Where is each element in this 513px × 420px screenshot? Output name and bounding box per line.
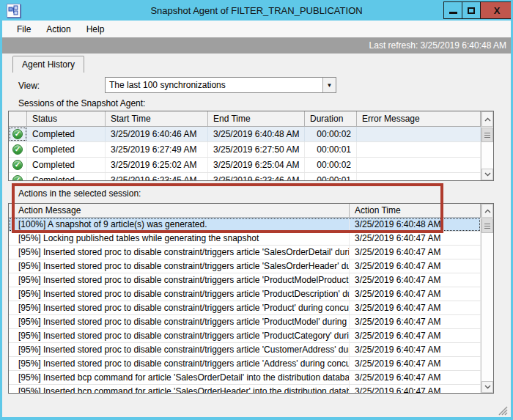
thumb-grip-icon (484, 133, 490, 138)
action-row[interactable]: [95%] Inserted stored proc to disable co… (9, 315, 481, 329)
column-header-end-time[interactable]: End Time (208, 111, 305, 126)
table-cell: 3/25/2019 6:40:47 AM (350, 357, 481, 370)
menu-action[interactable]: Action (41, 22, 75, 37)
view-label: View: (18, 81, 40, 91)
table-cell: 3/25/2019 6:40:47 AM (350, 259, 481, 273)
action-row[interactable]: [95%] Inserted bcp command for article '… (9, 385, 481, 394)
table-cell: [95%] Locking published tables while gen… (9, 232, 350, 245)
session-row[interactable]: ✓Completed3/25/2019 6:27:49 AM3/25/2019 … (9, 142, 481, 158)
table-cell: Completed (27, 142, 106, 157)
actions-grid: Action Message Action Time [100%] A snap… (8, 203, 494, 394)
table-cell: Completed (27, 173, 106, 181)
table-cell: 00:00:01 (305, 142, 357, 157)
table-cell: 3/25/2019 6:40:47 AM (350, 301, 481, 314)
minimize-button[interactable] (443, 1, 462, 19)
actions-label: Actions in the selected session: (18, 188, 141, 199)
column-header-status[interactable]: Status (27, 111, 106, 126)
scrollbar-thumb[interactable] (481, 218, 493, 233)
thumb-grip-icon (484, 224, 490, 229)
scroll-up-button[interactable] (481, 111, 493, 127)
minimize-icon (449, 12, 457, 14)
scrollbar-thumb[interactable] (481, 128, 493, 142)
table-cell: [95%] Inserted stored proc to disable co… (9, 273, 350, 287)
action-row[interactable]: [95%] Locking published tables while gen… (9, 232, 481, 246)
action-row[interactable]: [95%] Inserted stored proc to disable co… (9, 301, 481, 315)
table-cell: 3/25/2019 6:27:50 AM (208, 142, 305, 157)
table-cell: 3/25/2019 6:40:46 AM (106, 127, 208, 141)
table-cell: 3/25/2019 6:40:47 AM (350, 385, 481, 394)
status-strip: Last refresh: 3/25/2019 6:40:48 AM (2, 37, 511, 54)
table-cell: [100%] A snapshot of 9 article(s) was ge… (9, 218, 350, 231)
actions-grid-header: Action Message Action Time (9, 204, 481, 218)
actions-scrollbar[interactable] (481, 204, 493, 393)
chevron-down-icon[interactable]: ▼ (322, 78, 336, 92)
action-row[interactable]: [95%] Inserted stored proc to disable co… (9, 329, 481, 343)
table-cell: [95%] Inserted bcp command for article '… (9, 371, 350, 384)
menu-bar: File Action Help (2, 21, 511, 37)
table-cell: 3/25/2019 6:40:47 AM (350, 273, 481, 287)
table-cell: Completed (27, 127, 106, 141)
status-completed-icon: ✓ (12, 129, 23, 139)
action-row[interactable]: [95%] Inserted stored proc to disable co… (9, 343, 481, 357)
action-row[interactable]: [95%] Inserted bcp command for article '… (9, 371, 481, 385)
column-header-action-message[interactable]: Action Message (9, 204, 350, 217)
table-cell: 3/25/2019 6:40:47 AM (350, 315, 481, 328)
view-dropdown[interactable]: The last 100 synchronizations ▼ (105, 77, 336, 93)
sessions-grid-header: Status Start Time End Time Duration Erro… (9, 111, 481, 127)
close-icon: X (494, 5, 501, 16)
table-cell: 3/25/2019 6:40:48 AM (350, 218, 481, 231)
table-cell: [95%] Inserted stored proc to disable co… (9, 246, 350, 259)
session-row[interactable]: ✓Completed3/25/2019 6:25:02 AM3/25/2019 … (9, 158, 481, 173)
sessions-label: Sessions of the Snapshot Agent: (18, 98, 145, 108)
scroll-down-icon (484, 172, 491, 177)
table-cell: ✓ (9, 173, 27, 181)
action-row[interactable]: [95%] Inserted stored proc to disable co… (9, 357, 481, 371)
session-row[interactable]: ✓Completed3/25/2019 6:23:45 AM3/25/2019 … (9, 173, 481, 181)
table-cell: [95%] Inserted stored proc to disable co… (9, 287, 350, 301)
sessions-table-rows: ✓Completed3/25/2019 6:40:46 AM3/25/2019 … (9, 127, 481, 181)
session-row[interactable]: ✓Completed3/25/2019 6:40:46 AM3/25/2019 … (9, 127, 481, 142)
table-cell: [95%] Inserted stored proc to disable co… (9, 357, 350, 370)
column-header-duration[interactable]: Duration (305, 111, 357, 126)
action-row[interactable]: [95%] Inserted stored proc to disable co… (9, 246, 481, 259)
maximize-button[interactable] (462, 1, 480, 19)
table-cell: ✓ (9, 142, 27, 157)
table-cell: 00:00:02 (305, 127, 357, 141)
status-completed-icon: ✓ (12, 160, 23, 170)
column-header-start-time[interactable]: Start Time (106, 111, 208, 126)
scroll-down-button[interactable] (481, 169, 493, 180)
action-row[interactable]: [95%] Inserted stored proc to disable co… (9, 287, 481, 301)
table-cell: [95%] Inserted stored proc to disable co… (9, 343, 350, 356)
table-cell: 3/25/2019 6:40:47 AM (350, 343, 481, 356)
table-cell: 00:00:02 (305, 158, 357, 172)
action-row[interactable]: [100%] A snapshot of 9 article(s) was ge… (9, 218, 481, 232)
menu-help[interactable]: Help (81, 22, 110, 37)
sessions-scrollbar[interactable] (481, 111, 493, 180)
table-cell: 3/25/2019 6:40:47 AM (350, 287, 481, 301)
status-completed-icon: ✓ (12, 144, 23, 155)
table-cell (357, 127, 481, 141)
snapshot-agent-window: Snapshot Agent of FILTER_TRAN_PUBLICATIO… (0, 0, 513, 420)
table-cell: ✓ (9, 158, 27, 172)
actions-table-rows: [100%] A snapshot of 9 article(s) was ge… (9, 218, 481, 394)
close-button[interactable]: X (480, 1, 513, 19)
resize-grip-icon[interactable] (495, 403, 508, 416)
table-cell: 3/25/2019 6:40:48 AM (208, 127, 305, 141)
menu-file[interactable]: File (12, 22, 36, 37)
column-header-action-time[interactable]: Action Time (350, 204, 481, 217)
window-title: Snapshot Agent of FILTER_TRAN_PUBLICATIO… (0, 5, 513, 16)
action-row[interactable]: [95%] Inserted stored proc to disable co… (9, 273, 481, 287)
scroll-up-icon (484, 209, 491, 213)
scroll-up-button[interactable] (481, 204, 493, 218)
tab-agent-history[interactable]: Agent History (12, 56, 84, 73)
table-cell: 3/25/2019 6:23:45 AM (106, 173, 208, 181)
table-cell: 3/25/2019 6:23:46 AM (208, 173, 305, 181)
table-cell (357, 173, 481, 181)
status-completed-icon: ✓ (12, 175, 23, 181)
column-header-error-message[interactable]: Error Message (357, 111, 481, 126)
action-row[interactable]: [95%] Inserted stored proc to disable co… (9, 259, 481, 273)
scroll-down-button[interactable] (481, 381, 493, 393)
column-header-icon[interactable] (9, 111, 27, 126)
table-cell (357, 158, 481, 172)
table-cell: [95%] Inserted stored proc to disable co… (9, 315, 350, 328)
